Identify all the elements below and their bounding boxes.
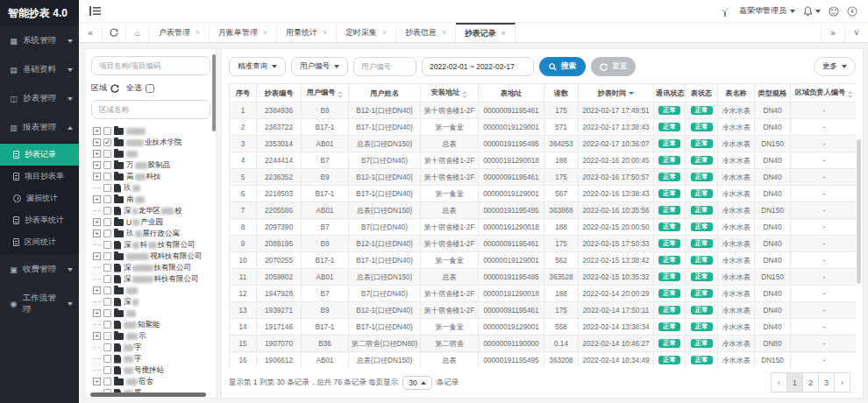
table-row[interactable]: 131939271B9B12-1(口径DN40)第十宿舍楼1-2F0000009… [230, 302, 857, 319]
page-size-dropdown[interactable]: 30 [402, 376, 431, 390]
tab-close-icon[interactable]: × [382, 28, 387, 37]
region-search-input[interactable] [91, 100, 210, 119]
user-menu[interactable]: 嘉荣华管理员 [739, 5, 795, 17]
tree-checkbox[interactable] [103, 343, 111, 351]
tabs-scroll-right-icon[interactable]: » [821, 23, 844, 42]
table-row[interactable]: 72205586AB01总表(口径DN150)总表000001911954953… [230, 202, 857, 219]
tree-checkbox[interactable] [103, 195, 111, 203]
tree-expand-toggle[interactable]: + [93, 252, 101, 260]
tree-checkbox[interactable] [103, 252, 111, 260]
sidebar-item[interactable]: ▥报表管理 [0, 113, 79, 142]
sort-icon[interactable] [338, 91, 343, 98]
page-button[interactable]: 3 [818, 372, 835, 392]
tab-item[interactable]: 抄表记录× [456, 23, 516, 42]
column-header[interactable]: 读数 [544, 84, 579, 103]
tab-close-icon[interactable]: × [196, 28, 200, 37]
tree-item[interactable]: +✓业技术学院 [93, 137, 210, 148]
sidebar-subitem[interactable]: 漏损统计 [0, 187, 79, 209]
table-row[interactable]: 32353014AB01总表(口径DN150)总表000001911954953… [230, 136, 857, 152]
tree-item[interactable]: + [93, 308, 210, 319]
tree-expand-toggle[interactable]: + [93, 161, 101, 169]
tree-item[interactable]: +宿舍 [93, 376, 210, 387]
table-vertical-scrollbar[interactable] [857, 139, 861, 284]
column-header[interactable]: 类型规格 [755, 84, 791, 103]
tab-item[interactable]: 抄表信息× [396, 23, 456, 42]
tree-checkbox[interactable] [103, 378, 111, 385]
tree-expand-toggle[interactable]: + [93, 332, 101, 340]
tree-item[interactable]: + [93, 148, 210, 159]
tree-checkbox[interactable] [103, 355, 111, 363]
reset-button[interactable]: 重置 [591, 57, 636, 76]
tree-checkbox[interactable] [103, 230, 111, 237]
tree-expand-toggle[interactable]: + [93, 150, 101, 158]
query-mode-dropdown[interactable]: 精准查询 [229, 57, 286, 76]
region-refresh-icon[interactable] [110, 84, 119, 93]
sidebar-item[interactable]: ◫抄表管理 [0, 84, 79, 113]
table-row[interactable]: 12384936B9B12-1(口径DN40)第十宿舍楼1-2F00000091… [230, 103, 857, 119]
tree-item[interactable]: +视科技有限公司 [93, 251, 210, 262]
user-number-input[interactable] [353, 57, 416, 76]
tree-checkbox[interactable] [103, 275, 111, 283]
column-header[interactable]: 区域负责人编号 [791, 84, 857, 103]
tree-expand-toggle[interactable]: + [93, 230, 101, 237]
table-row[interactable]: 92089195B9B12-1(口径DN40)第十宿舍楼1-2F00000091… [230, 236, 857, 252]
sidebar-subitem[interactable]: 项目抄表率 [0, 166, 79, 187]
table-row[interactable]: 62218503B17-1B17-1(口径DN40)第一食堂0000001912… [230, 186, 857, 202]
tree-item[interactable]: +U产业园 [93, 216, 210, 228]
tree-item[interactable]: 玖 [93, 182, 210, 194]
tree-expand-toggle[interactable]: + [93, 138, 101, 146]
tree-vertical-scrollbar[interactable] [212, 54, 216, 131]
table-row[interactable]: 161906612AB01总表(口径DN150)总表00000191195495… [230, 352, 857, 369]
table-row[interactable]: 151907070B36第二宿舍(口径DN80)第二宿舍000000911900… [230, 336, 857, 352]
tree-expand-toggle[interactable]: + [93, 127, 101, 135]
tree-item[interactable]: +示 [93, 330, 210, 342]
tree-item[interactable]: 深技有限公司 [93, 262, 210, 273]
tree-checkbox[interactable] [103, 332, 111, 340]
sidebar-subitem[interactable]: 抄表记录 [0, 144, 79, 166]
tab-item[interactable]: 用量统计× [277, 23, 337, 42]
sidebar-item[interactable]: ◉工作流管理 [0, 284, 79, 324]
column-header[interactable]: 通讯状态 [654, 84, 686, 103]
tree-item[interactable]: 深龙华区校 [93, 205, 210, 216]
tree-checkbox[interactable] [103, 161, 111, 169]
sort-icon[interactable] [462, 91, 467, 98]
tree-checkbox[interactable] [103, 321, 111, 329]
sidebar-item[interactable]: ▤基础资料 [0, 55, 79, 84]
tree-checkbox[interactable] [103, 298, 111, 306]
tree-expand-toggle[interactable]: + [93, 173, 101, 180]
sort-icon[interactable] [848, 91, 853, 98]
column-header[interactable]: 抄表编号 [257, 84, 302, 103]
tree-expand-toggle[interactable]: + [93, 218, 101, 226]
tree-item[interactable]: +高科技 [93, 171, 210, 182]
refresh-icon[interactable] [103, 23, 126, 42]
tree-item[interactable]: 深科技有限公司 [93, 239, 210, 251]
column-header[interactable]: 用户编号 [302, 84, 349, 103]
table-row[interactable]: 102070255B17-1B17-1(口径DN40)第一食堂000000191… [230, 252, 857, 269]
column-header[interactable]: 表名称 [718, 84, 755, 103]
tree-expand-toggle[interactable]: + [93, 378, 101, 385]
tree-item[interactable]: + [93, 285, 210, 296]
sidebar-item[interactable]: ▣收费管理 [0, 255, 79, 284]
table-row[interactable]: 22363722B17-1B17-1(口径DN40)第一食堂0000001912… [230, 119, 857, 136]
search-button[interactable]: 搜索 [539, 57, 586, 76]
page-button[interactable]: 1 [786, 372, 803, 392]
column-header[interactable]: 序号 [230, 84, 257, 103]
tab-item[interactable]: 户表管理× [150, 23, 210, 42]
date-range-input[interactable] [422, 57, 534, 76]
tree-expand-toggle[interactable]: + [93, 309, 101, 317]
tree-item[interactable]: 字 [93, 342, 210, 353]
sidebar-subitem[interactable]: 抄表率统计 [0, 209, 79, 231]
more-button[interactable]: 更多 [814, 57, 856, 76]
tab-close-icon[interactable]: × [442, 28, 446, 37]
tabs-scroll-left-icon[interactable]: « [79, 23, 103, 42]
tree-checkbox[interactable] [103, 184, 111, 192]
page-button[interactable]: 2 [802, 372, 819, 392]
tree-expand-toggle[interactable]: + [93, 286, 101, 294]
tree-checkbox[interactable] [103, 150, 111, 158]
table-row[interactable]: 42244414B7B7(口径DN40)第十宿舍楼1-2F00000191290… [230, 152, 857, 169]
tree-checkbox[interactable] [103, 127, 111, 135]
tree-checkbox[interactable] [103, 207, 111, 215]
tab-close-icon[interactable]: × [323, 28, 327, 37]
tree-item[interactable]: + [93, 125, 210, 137]
tabs-menu-chevron-icon[interactable]: ˅ [844, 23, 868, 42]
